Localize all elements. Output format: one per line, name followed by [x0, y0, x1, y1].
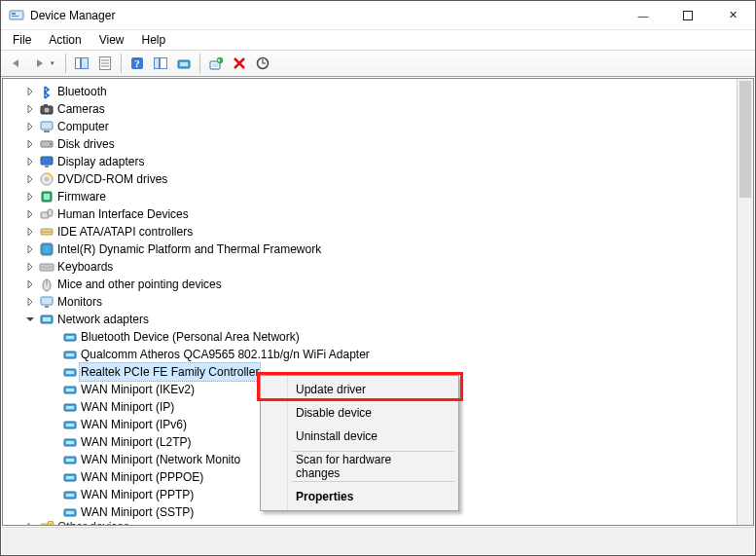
tree-category[interactable]: Mice and other pointing devices: [7, 276, 753, 293]
tree-device[interactable]: Qualcomm Atheros QCA9565 802.11b/g/n WiF…: [7, 346, 753, 363]
svg-rect-62: [48, 266, 49, 267]
context-menu-item[interactable]: Uninstall device: [263, 425, 456, 448]
nic-icon: [61, 399, 79, 415]
svg-rect-15: [180, 62, 188, 66]
chevron-right-icon[interactable]: [22, 192, 38, 202]
nic-icon: [61, 487, 79, 502]
maximize-button[interactable]: [666, 1, 710, 30]
tree-category[interactable]: Cameras: [7, 100, 753, 118]
chevron-right-icon[interactable]: [22, 157, 38, 167]
context-menu-item[interactable]: Scan for hardware changes: [263, 455, 456, 478]
nic-icon: [61, 382, 79, 397]
chevron-right-icon[interactable]: [22, 174, 38, 184]
camera-icon: [38, 101, 55, 117]
status-bar: [2, 527, 754, 554]
forward-button[interactable]: ▾: [28, 52, 61, 75]
svg-rect-13: [161, 58, 167, 69]
svg-point-30: [46, 178, 49, 181]
context-menu-item[interactable]: Properties: [263, 485, 456, 508]
back-button[interactable]: [5, 52, 28, 75]
svg-rect-67: [46, 267, 47, 268]
show-hidden-button[interactable]: [149, 52, 172, 75]
tree-category[interactable]: Firmware: [7, 188, 753, 205]
svg-rect-17: [212, 63, 218, 67]
menu-action[interactable]: Action: [41, 31, 89, 49]
chevron-right-icon[interactable]: [22, 139, 38, 149]
nic-icon: [61, 452, 79, 467]
svg-rect-24: [44, 130, 50, 132]
properties-button[interactable]: [93, 52, 117, 75]
nic-icon: [61, 469, 79, 485]
tree-category[interactable]: Intel(R) Dynamic Platform and Thermal Fr…: [7, 241, 753, 258]
tree-category[interactable]: Monitors: [7, 293, 753, 311]
svg-point-21: [45, 108, 50, 113]
svg-rect-23: [41, 122, 53, 130]
menu-file[interactable]: File: [5, 31, 39, 49]
disable-button[interactable]: [228, 52, 251, 75]
tree-category[interactable]: Bluetooth: [7, 83, 753, 100]
chevron-down-icon[interactable]: [22, 315, 38, 324]
svg-rect-32: [44, 194, 50, 200]
context-menu-item[interactable]: Disable device: [263, 401, 456, 425]
svg-rect-73: [46, 269, 47, 270]
svg-rect-79: [41, 297, 53, 305]
tree-category[interactable]: Display adapters: [7, 153, 753, 170]
chevron-right-icon[interactable]: [22, 122, 38, 131]
svg-rect-34: [48, 209, 53, 216]
tree-category[interactable]: ?Other devices: [7, 521, 753, 525]
minimize-button[interactable]: —: [621, 1, 666, 30]
svg-rect-1: [12, 13, 16, 15]
svg-rect-5: [82, 58, 89, 69]
nic-icon: [61, 364, 79, 380]
chevron-right-icon[interactable]: [22, 244, 38, 254]
chevron-right-icon[interactable]: [22, 522, 38, 525]
svg-rect-90: [66, 389, 74, 391]
svg-rect-4: [76, 58, 81, 69]
svg-rect-27: [41, 157, 53, 165]
update-driver-button[interactable]: [172, 52, 196, 75]
context-menu-item[interactable]: Update driver: [263, 378, 456, 401]
nic-icon: [61, 504, 79, 520]
tree-category[interactable]: Human Interface Devices: [7, 205, 753, 223]
chevron-right-icon[interactable]: [22, 87, 38, 96]
nic-icon: [61, 347, 79, 362]
tree-category[interactable]: Computer: [7, 118, 753, 135]
nic-icon: [61, 417, 79, 432]
network-icon: [38, 312, 55, 327]
chevron-right-icon[interactable]: [22, 279, 38, 289]
tree-category[interactable]: Network adapters: [7, 311, 753, 328]
tree-category-label: Human Interface Devices: [55, 205, 191, 223]
close-button[interactable]: ✕: [710, 1, 755, 30]
tree-category[interactable]: Keyboards: [7, 258, 753, 276]
context-menu-item-label: Properties: [296, 490, 353, 503]
tree-category[interactable]: DVD/CD-ROM drives: [7, 170, 753, 188]
svg-rect-59: [42, 266, 43, 267]
help-button[interactable]: ?: [126, 52, 149, 75]
tree-device-label: WAN Miniport (IPv6): [79, 416, 189, 433]
chevron-right-icon[interactable]: [22, 227, 38, 237]
uninstall-button[interactable]: [204, 52, 228, 75]
svg-rect-94: [66, 424, 74, 426]
other-icon: ?: [38, 521, 55, 525]
tree-category[interactable]: IDE ATA/ATAPI controllers: [7, 223, 753, 241]
svg-rect-75: [50, 269, 51, 270]
chevron-right-icon[interactable]: [22, 297, 38, 307]
svg-rect-28: [45, 166, 49, 167]
show-hide-tree-button[interactable]: [70, 52, 93, 75]
tree-device[interactable]: Bluetooth Device (Personal Area Network): [7, 328, 753, 346]
scrollbar-thumb[interactable]: [739, 81, 751, 198]
scan-hardware-button[interactable]: [251, 52, 274, 75]
menu-help[interactable]: Help: [134, 31, 174, 49]
chevron-right-icon[interactable]: [22, 262, 38, 272]
chevron-right-icon[interactable]: [22, 104, 38, 114]
tree-device-label: WAN Miniport (L2TP): [79, 433, 194, 451]
svg-rect-61: [46, 266, 47, 267]
menu-view[interactable]: View: [91, 31, 132, 49]
vertical-scrollbar[interactable]: [737, 79, 753, 525]
svg-rect-22: [44, 104, 48, 106]
nic-icon: [61, 329, 79, 345]
tree-category[interactable]: Disk drives: [7, 135, 753, 153]
tree-device-label: WAN Miniport (IP): [79, 398, 176, 416]
tree-device-label: Realtek PCIe FE Family Controller: [79, 362, 261, 382]
chevron-right-icon[interactable]: [22, 209, 38, 219]
